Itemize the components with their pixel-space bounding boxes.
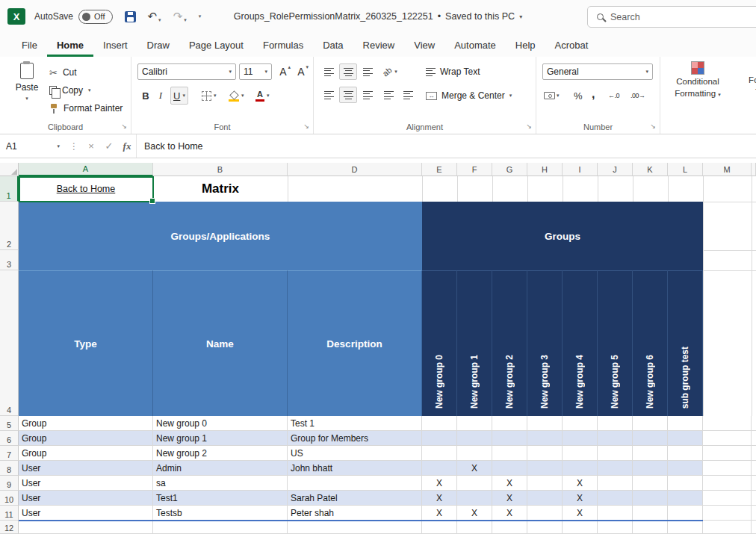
cell-group-mark[interactable] [633, 476, 668, 491]
col-header-m[interactable]: M [703, 163, 752, 176]
cell-description[interactable]: Group for Members [288, 431, 422, 446]
row-header-3[interactable]: 3 [0, 250, 19, 270]
decrease-font-size-button[interactable]: A ▾ [293, 63, 309, 80]
group-column-header[interactable]: New group 3 [527, 270, 563, 416]
cell-group-mark[interactable] [457, 416, 492, 431]
cell-group-mark[interactable]: X [457, 506, 492, 521]
group-column-header[interactable]: New group 6 [633, 270, 668, 416]
header-name[interactable]: Name [153, 270, 288, 416]
select-all-corner[interactable] [0, 163, 19, 176]
enter-icon[interactable]: ✓ [100, 140, 118, 152]
cell-description[interactable]: Sarah Patel [288, 491, 422, 506]
increase-indent-button[interactable] [399, 87, 417, 103]
cell-group-mark[interactable] [492, 431, 527, 446]
cell-empty[interactable] [598, 521, 633, 534]
header-type[interactable]: Type [19, 270, 153, 416]
redo-button[interactable]: ↷▾ [173, 10, 187, 23]
row-header-9[interactable]: 9 [0, 476, 19, 491]
cell-group-mark[interactable] [598, 476, 633, 491]
undo-button[interactable]: ↶▾ [148, 10, 161, 23]
col-header-f[interactable]: F [457, 163, 492, 176]
cell-name[interactable]: Testsb [153, 506, 288, 521]
cell-empty[interactable] [527, 521, 563, 534]
cell-group-mark[interactable] [422, 431, 457, 446]
tab-home[interactable]: Home [47, 33, 93, 57]
cell-group-mark[interactable] [422, 446, 457, 461]
customize-qat-button[interactable]: ▾ [199, 13, 202, 19]
cell-group-mark[interactable] [668, 491, 703, 506]
cell-group-mark[interactable] [598, 446, 633, 461]
clipboard-dialog-launcher[interactable]: ↘ [121, 122, 127, 130]
cell-group-mark[interactable]: X [563, 506, 598, 521]
col-header-e[interactable]: E [422, 163, 457, 176]
cell-description[interactable]: Peter shah [288, 506, 422, 521]
decrease-indent-button[interactable] [379, 87, 397, 103]
cell-empty[interactable] [422, 521, 457, 534]
row-header-7[interactable]: 7 [0, 446, 19, 461]
tab-help[interactable]: Help [506, 33, 545, 57]
cell-group-mark[interactable] [527, 461, 563, 476]
group-column-header[interactable]: sub group test [668, 270, 703, 416]
cell-description[interactable] [288, 476, 422, 491]
col-header-h[interactable]: H [527, 163, 563, 176]
col-header-i[interactable]: I [563, 163, 598, 176]
top-align-button[interactable] [320, 63, 338, 80]
increase-decimal-button[interactable]: ←.0 [608, 87, 619, 105]
tab-data[interactable]: Data [313, 33, 353, 57]
cell-group-mark[interactable] [457, 491, 492, 506]
comma-style-button[interactable]: , [592, 85, 595, 103]
cell-description[interactable]: Test 1 [288, 416, 422, 431]
cell-empty[interactable] [703, 446, 752, 461]
cell-empty[interactable] [752, 431, 756, 446]
paste-button[interactable]: Paste ▾ [9, 63, 45, 102]
cell-group-mark[interactable] [457, 431, 492, 446]
format-painter-button[interactable]: Format Painter [49, 100, 123, 117]
cell-group-mark[interactable]: X [563, 491, 598, 506]
cell-type[interactable]: User [19, 491, 153, 506]
cell-group-mark[interactable] [668, 506, 703, 521]
cell-group-mark[interactable] [633, 491, 668, 506]
tab-view[interactable]: View [404, 33, 444, 57]
tab-formulas[interactable]: Formulas [253, 33, 313, 57]
cell-name[interactable]: New group 1 [153, 431, 288, 446]
row-header-1[interactable]: 1 [0, 176, 19, 202]
cell-group-mark[interactable] [668, 446, 703, 461]
cell-name[interactable]: sa [153, 476, 288, 491]
cell-group-mark[interactable] [527, 506, 563, 521]
middle-align-button[interactable] [339, 63, 357, 80]
group-column-header[interactable]: New group 2 [492, 270, 527, 416]
cell-group-mark[interactable]: X [563, 476, 598, 491]
col-header-j[interactable]: J [598, 163, 633, 176]
cell-type[interactable]: Group [19, 416, 153, 431]
cell-group-mark[interactable] [563, 461, 598, 476]
row-header-2[interactable]: 2 [0, 202, 19, 250]
row-header-4[interactable]: 4 [0, 270, 19, 416]
cell-empty[interactable] [752, 476, 756, 491]
cell-empty[interactable] [752, 446, 756, 461]
cell-name[interactable]: Test1 [153, 491, 288, 506]
wrap-text-button[interactable]: Wrap Text [426, 63, 480, 80]
col-header-g[interactable]: G [492, 163, 527, 176]
font-name-select[interactable]: Calibri ▾ [137, 63, 236, 80]
cell-empty[interactable] [752, 521, 756, 534]
merged-header-groups[interactable]: Groups [422, 202, 703, 270]
cell-empty[interactable] [752, 416, 756, 431]
cell-type[interactable]: User [19, 476, 153, 491]
cell-group-mark[interactable] [598, 461, 633, 476]
cell-empty[interactable] [703, 476, 752, 491]
cell-group-mark[interactable] [527, 431, 563, 446]
cell-name[interactable]: Admin [153, 461, 288, 476]
cell-group-mark[interactable] [457, 476, 492, 491]
cell-empty[interactable] [752, 491, 756, 506]
header-description[interactable]: Description [288, 270, 422, 416]
cell-group-mark[interactable]: X [492, 491, 527, 506]
row-header-11[interactable]: 11 [0, 506, 19, 521]
cell-group-mark[interactable] [633, 461, 668, 476]
tab-automate[interactable]: Automate [444, 33, 506, 57]
cell-group-mark[interactable] [633, 446, 668, 461]
cell-group-mark[interactable] [668, 431, 703, 446]
cell-group-mark[interactable] [598, 506, 633, 521]
align-left-button[interactable] [320, 87, 338, 103]
cell-description[interactable]: John bhatt [288, 461, 422, 476]
accounting-format-button[interactable]: ▾ [544, 87, 560, 105]
